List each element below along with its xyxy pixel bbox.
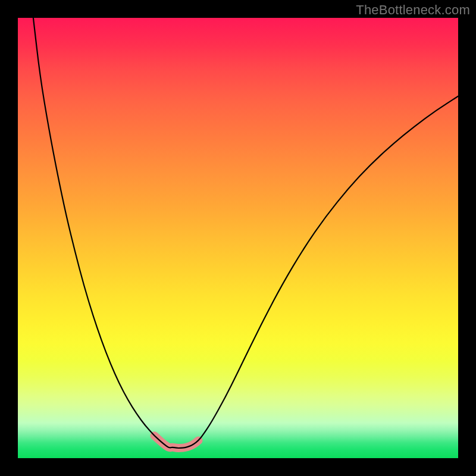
bottleneck-curve (33, 18, 458, 448)
plot-area (18, 18, 458, 458)
curve-layer (18, 18, 458, 458)
watermark-text: TheBottleneck.com (356, 2, 470, 18)
chart-frame: TheBottleneck.com (0, 0, 476, 476)
